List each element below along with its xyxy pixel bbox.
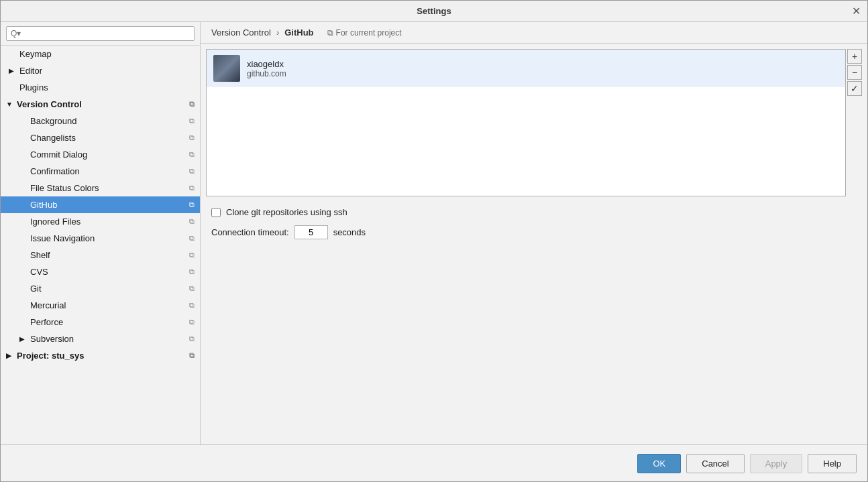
copy-icon: ⧉ [189,301,195,310]
timeout-input[interactable] [294,225,328,239]
sidebar-item-label: Subversion [30,334,186,344]
help-button[interactable]: Help [808,454,857,473]
collapse-arrow-icon: ▼ [6,101,15,108]
settings-dialog: Settings ✕ Keymap ▶ Editor Plugins ▼ [0,0,868,482]
copy-icon: ⧉ [189,335,195,343]
sidebar-item-confirmation[interactable]: Confirmation ⧉ [1,163,200,180]
sidebar-item-git[interactable]: Git ⧉ [1,280,200,297]
expand-arrow-icon: ▶ [19,335,29,343]
sidebar-item-label: Commit Dialog [30,149,186,160]
sidebar-item-label: Git [30,284,186,294]
account-list: xiaogeldx github.com [206,49,846,196]
avatar [213,55,240,82]
copy-icon: ⧉ [189,351,195,360]
sidebar-item-changelists[interactable]: Changelists ⧉ [1,129,200,146]
sidebar-item-mercurial[interactable]: Mercurial ⧉ [1,297,200,314]
sidebar-item-shelf[interactable]: Shelf ⧉ [1,247,200,263]
for-project: ⧉ For current project [327,28,402,38]
account-section: xiaogeldx github.com + − ✓ [206,49,862,196]
timeout-unit: seconds [333,227,366,237]
breadcrumb-current: GitHub [284,27,313,38]
sidebar-item-label: CVS [30,267,186,277]
right-panel: Version Control › GitHub ⧉ For current p… [201,22,867,444]
expand-arrow-icon: ▶ [6,352,15,359]
copy-icon: ⧉ [189,150,195,159]
timeout-row: Connection timeout: seconds [211,225,857,239]
close-button[interactable]: ✕ [852,6,861,17]
options-section: Clone git repositories using ssh Connect… [201,199,867,247]
title-bar: Settings ✕ [1,1,867,22]
sidebar-item-github[interactable]: GitHub ⧉ [1,196,200,213]
sidebar-item-perforce[interactable]: Perforce ⧉ [1,314,200,330]
search-input[interactable] [6,26,195,41]
avatar-image [213,55,240,82]
sidebar-item-label: Keymap [19,49,195,59]
sidebar-item-label: Editor [19,66,195,76]
account-domain: github.com [247,69,286,78]
sidebar-item-file-status-colors[interactable]: File Status Colors ⧉ [1,180,200,196]
sidebar-item-label: File Status Colors [30,183,186,193]
account-details: xiaogeldx github.com [247,59,286,78]
sidebar-item-label: Issue Navigation [30,233,186,243]
copy-icon: ⧉ [189,267,195,276]
sidebar-item-label: GitHub [30,200,186,210]
side-actions: + − ✓ [846,49,862,196]
copy-icon: ⧉ [189,133,195,142]
sidebar-item-cvs[interactable]: CVS ⧉ [1,263,200,280]
sidebar-item-label: Project: stu_sys [17,351,186,361]
sidebar-item-label: Background [30,116,186,126]
copy-icon: ⧉ [189,284,195,293]
sidebar-item-ignored-files[interactable]: Ignored Files ⧉ [1,213,200,230]
clone-ssh-row: Clone git repositories using ssh [211,207,857,217]
copy-icon: ⧉ [189,117,195,125]
cancel-button[interactable]: Cancel [686,454,744,473]
sidebar-item-project[interactable]: ▶ Project: stu_sys ⧉ [1,347,200,364]
apply-button[interactable]: Apply [750,454,803,473]
sidebar-item-label: Perforce [30,317,186,327]
dialog-title: Settings [417,6,451,16]
sidebar-item-label: Shelf [30,250,186,260]
panel-header: Version Control › GitHub ⧉ For current p… [201,22,867,44]
copy-icon: ⧉ [189,100,195,109]
breadcrumb-parent: Version Control [211,27,271,38]
sidebar-item-label: Ignored Files [30,217,186,227]
account-item[interactable]: xiaogeldx github.com [207,50,845,87]
copy-icon: ⧉ [189,200,195,209]
copy-icon: ⧉ [189,251,195,259]
sidebar-item-label: Changelists [30,133,186,143]
bottom-bar: OK Cancel Apply Help [1,444,867,481]
project-icon: ⧉ [327,28,333,38]
sidebar-item-keymap[interactable]: Keymap [1,46,200,62]
clone-ssh-checkbox[interactable] [211,208,221,217]
sidebar-item-editor[interactable]: ▶ Editor [1,62,200,79]
sidebar-item-commit-dialog[interactable]: Commit Dialog ⧉ [1,146,200,163]
for-project-text: For current project [336,28,402,38]
copy-icon: ⧉ [189,234,195,243]
clone-ssh-label[interactable]: Clone git repositories using ssh [226,207,347,217]
sidebar-item-plugins[interactable]: Plugins [1,79,200,96]
sidebar-item-subversion[interactable]: ▶ Subversion ⧉ [1,330,200,347]
ok-button[interactable]: OK [637,454,681,473]
sidebar-item-version-control[interactable]: ▼ Version Control ⧉ [1,96,200,113]
copy-icon: ⧉ [189,184,195,192]
copy-icon: ⧉ [189,217,195,226]
sidebar-item-label: Plugins [19,82,195,93]
remove-account-button[interactable]: − [847,65,862,80]
account-name: xiaogeldx [247,59,286,69]
expand-arrow-icon: ▶ [9,67,18,74]
main-content: Keymap ▶ Editor Plugins ▼ Version Contro… [1,22,867,444]
sidebar-item-label: Confirmation [30,166,186,176]
copy-icon: ⧉ [189,167,195,176]
search-bar [1,22,200,46]
sidebar: Keymap ▶ Editor Plugins ▼ Version Contro… [1,22,201,444]
verify-account-button[interactable]: ✓ [847,81,862,96]
sidebar-item-issue-navigation[interactable]: Issue Navigation ⧉ [1,230,200,247]
timeout-label: Connection timeout: [211,227,289,237]
copy-icon: ⧉ [189,318,195,326]
sidebar-item-background[interactable]: Background ⧉ [1,113,200,129]
sidebar-item-label: Mercurial [30,300,186,310]
breadcrumb-separator: › [276,27,279,38]
add-account-button[interactable]: + [847,49,862,64]
sidebar-item-label: Version Control [17,99,186,109]
